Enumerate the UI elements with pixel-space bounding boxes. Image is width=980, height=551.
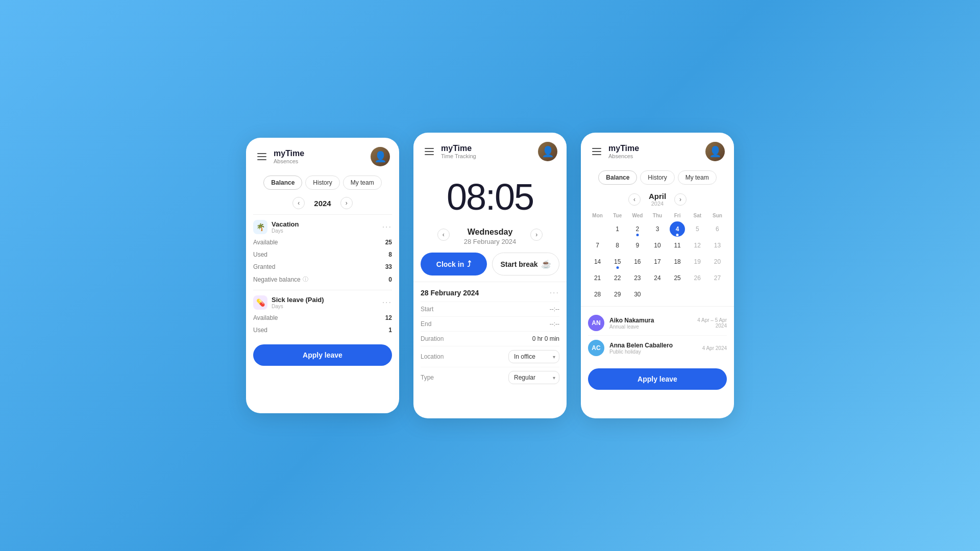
cal-cell-20[interactable]: 20 xyxy=(709,254,725,269)
avatar-left[interactable]: 👤 xyxy=(371,147,390,166)
cal-cell-9[interactable]: 9 xyxy=(630,238,645,253)
tracking-header: 28 February 2024 ··· xyxy=(421,282,559,302)
subtitle-left: Absences xyxy=(274,158,365,164)
tracking-section: 28 February 2024 ··· Start --:-- End --:… xyxy=(413,282,567,388)
break-icon: ☕ xyxy=(541,259,551,269)
vacation-subtitle: Days xyxy=(272,228,299,234)
header-title-middle: myTime Time Tracking xyxy=(441,144,533,159)
cal-cell-25[interactable]: 25 xyxy=(670,270,685,286)
sickleave-icon: 💊 xyxy=(253,295,267,310)
cal-cell-11[interactable]: 11 xyxy=(670,238,685,253)
time-next-btn[interactable]: › xyxy=(530,229,543,241)
cal-cell-24[interactable]: 24 xyxy=(650,270,665,286)
avatar-right[interactable]: 👤 xyxy=(705,142,725,161)
cal-cell-21[interactable]: 21 xyxy=(590,270,605,286)
absence-date-1: 4 Apr – 5 Apr2024 xyxy=(697,317,727,329)
tracking-duration-row: Duration 0 hr 0 min xyxy=(421,331,559,346)
tracking-dots-menu[interactable]: ··· xyxy=(550,288,559,297)
cal-cell-6[interactable]: 6 xyxy=(709,221,725,237)
cal-cell-4-today[interactable]: 4 xyxy=(670,221,685,237)
cal-cell-17[interactable]: 17 xyxy=(650,254,665,269)
avatar-middle[interactable]: 👤 xyxy=(538,142,557,161)
cal-header-thu: Thu xyxy=(648,211,667,220)
month-next-btn[interactable]: › xyxy=(674,193,687,206)
cal-cell-22[interactable]: 22 xyxy=(610,270,625,286)
cal-cell-26[interactable]: 26 xyxy=(690,270,705,286)
start-break-button[interactable]: Start break ☕ xyxy=(492,253,559,276)
year-next-left[interactable]: › xyxy=(340,197,353,209)
tracking-type-label: Type xyxy=(421,374,434,381)
cal-cell-12[interactable]: 12 xyxy=(690,238,705,253)
tab-myteam-left[interactable]: My team xyxy=(343,176,382,190)
calendar-section: Mon Tue Wed Thu Fri Sat Sun 1 2 3 4 5 6 … xyxy=(581,211,734,306)
cal-cell-7[interactable]: 7 xyxy=(590,238,605,253)
month-name: April xyxy=(649,192,666,201)
hamburger-menu-middle[interactable] xyxy=(423,146,436,157)
action-btns: Clock in ⤴ Start break ☕ xyxy=(413,247,567,282)
year-prev-left[interactable]: ‹ xyxy=(292,197,305,209)
cal-cell-27[interactable]: 27 xyxy=(709,270,725,286)
tracking-end-value: --:-- xyxy=(550,320,559,328)
calendar-grid: Mon Tue Wed Thu Fri Sat Sun 1 2 3 4 5 6 … xyxy=(588,211,727,302)
cal-cell-14[interactable]: 14 xyxy=(590,254,605,269)
cal-header-sat: Sat xyxy=(688,211,707,220)
cal-header-tue: Tue xyxy=(608,211,627,220)
absence-item-1: AN Aiko Nakamura Annual leave 4 Apr – 5 … xyxy=(588,311,727,336)
sickleave-subtitle: Days xyxy=(272,304,324,309)
time-prev-btn[interactable]: ‹ xyxy=(437,229,450,241)
tab-history-left[interactable]: History xyxy=(305,176,339,190)
cal-cell-2[interactable]: 2 xyxy=(630,221,645,237)
tab-history-right[interactable]: History xyxy=(640,170,674,185)
header-title-left: myTime Absences xyxy=(274,149,365,164)
cal-cell-29[interactable]: 29 xyxy=(610,287,625,302)
type-dropdown[interactable]: Regular Overtime xyxy=(508,371,559,384)
location-dropdown[interactable]: In office Remote xyxy=(508,350,559,363)
month-year: 2024 xyxy=(649,201,666,207)
cal-cell-1[interactable]: 1 xyxy=(610,221,625,237)
cal-cell-23[interactable]: 23 xyxy=(630,270,645,286)
vacation-title-row: 🌴 Vacation Days xyxy=(253,220,299,234)
sickleave-title-row: 💊 Sick leave (Paid) Days xyxy=(253,295,324,310)
cal-cell-13[interactable]: 13 xyxy=(709,238,725,253)
location-dropdown-wrapper: In office Remote ▾ xyxy=(508,350,559,363)
cal-cell-3[interactable]: 3 xyxy=(650,221,665,237)
absence-info-1: Aiko Nakamura Annual leave xyxy=(609,317,692,330)
time-nav: ‹ Wednesday 28 February 2024 › xyxy=(413,220,567,247)
vacation-neg-value: 0 xyxy=(388,276,392,283)
tracking-start-label: Start xyxy=(421,306,433,313)
tabs-right: Balance History My team xyxy=(581,166,734,190)
tracking-start-value: --:-- xyxy=(550,306,559,313)
hamburger-menu-icon[interactable] xyxy=(255,151,268,162)
absence-name-1: Aiko Nakamura xyxy=(609,317,692,324)
tab-balance-right[interactable]: Balance xyxy=(598,170,637,185)
sickleave-used-label: Used xyxy=(253,327,267,334)
month-prev-btn[interactable]: ‹ xyxy=(628,193,641,206)
cal-cell-10[interactable]: 10 xyxy=(650,238,665,253)
absence-avatar-2: AC xyxy=(588,340,604,356)
cal-cell-19[interactable]: 19 xyxy=(690,254,705,269)
time-date: 28 February 2024 xyxy=(464,238,517,245)
card-absences: myTime Absences 👤 Balance History My tea… xyxy=(246,138,399,413)
cal-cell-5[interactable]: 5 xyxy=(690,221,705,237)
cal-cell-18[interactable]: 18 xyxy=(670,254,685,269)
cal-cell-30[interactable]: 30 xyxy=(630,287,645,302)
apply-leave-btn-left[interactable]: Apply leave xyxy=(253,344,392,366)
tracking-duration-value: 0 hr 0 min xyxy=(532,335,559,342)
cal-cell-empty5 xyxy=(709,287,725,302)
cal-cell-28[interactable]: 28 xyxy=(590,287,605,302)
tracking-end-label: End xyxy=(421,320,431,328)
apply-leave-btn-right[interactable]: Apply leave xyxy=(588,368,727,390)
card-time-tracking: myTime Time Tracking 👤 08:05 ‹ Wednesday… xyxy=(413,133,567,418)
cal-cell-16[interactable]: 16 xyxy=(630,254,645,269)
vacation-dots-menu[interactable]: ··· xyxy=(382,222,392,232)
tab-balance-left[interactable]: Balance xyxy=(263,176,302,190)
tab-myteam-right[interactable]: My team xyxy=(678,170,717,185)
clock-in-button[interactable]: Clock in ⤴ xyxy=(421,253,487,276)
cal-cell-15[interactable]: 15 xyxy=(610,254,625,269)
hamburger-menu-right[interactable] xyxy=(590,146,603,157)
vacation-neg-row: Negative balance ⓘ 0 xyxy=(253,273,392,286)
sickleave-dots-menu[interactable]: ··· xyxy=(382,298,392,307)
vacation-used-value: 8 xyxy=(388,251,392,258)
cal-cell-8[interactable]: 8 xyxy=(610,238,625,253)
tracking-type-row: Type Regular Overtime ▾ xyxy=(421,367,559,388)
